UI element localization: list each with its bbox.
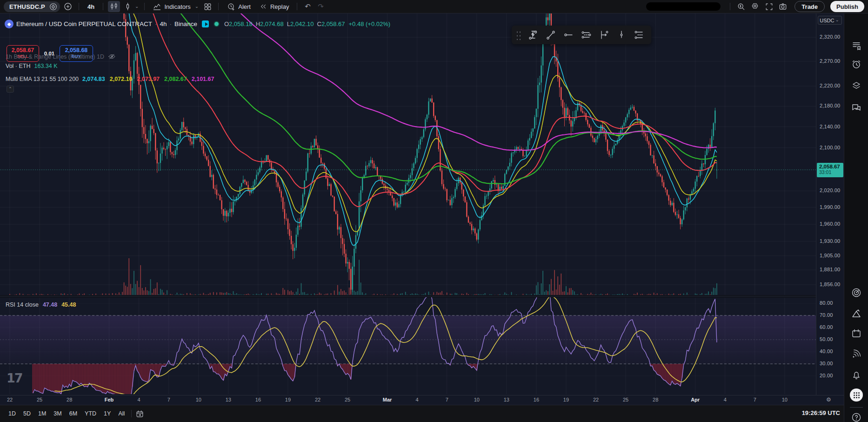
legend-collapse-chevron[interactable]: ⌃: [7, 86, 14, 93]
object-tree-layers-icon[interactable]: [851, 80, 862, 92]
help-icon[interactable]: [851, 412, 862, 422]
time-axis-tick: 25: [340, 397, 355, 402]
multi-ema-values: 2,074.832,072.102,073.972,082.672,101.67: [82, 76, 214, 82]
replay-button[interactable]: Replay: [256, 1, 292, 12]
rsi-axis-tick: 80.00: [820, 300, 833, 306]
vertical-line-tool-icon[interactable]: [613, 27, 630, 43]
rsi-indicator-row[interactable]: RSI 14 close 47.48 45.48: [6, 301, 76, 308]
ideas-icon[interactable]: [851, 308, 862, 319]
price-chart-plot[interactable]: [0, 13, 816, 395]
price-axis-tick: 2,140.00: [820, 124, 840, 129]
range-3M-button[interactable]: 3M: [50, 409, 65, 419]
fullscreen-icon[interactable]: [763, 1, 775, 12]
time-axis-tick: 25: [32, 397, 47, 402]
layout-grid-button[interactable]: [201, 1, 214, 12]
time-axis-tick: 19: [558, 397, 574, 402]
quick-search-icon[interactable]: [735, 1, 747, 12]
symbol-flag-icon[interactable]: [49, 2, 58, 11]
current-price-badge[interactable]: 2,058.67 33:01: [817, 163, 843, 177]
position-tool-icon[interactable]: [525, 27, 541, 43]
chart-type-dropdown-chevron[interactable]: ⌄: [135, 4, 139, 9]
chart-canvas[interactable]: ◆ Ethereum / USD Coin PERPETUAL CONTRACT…: [0, 13, 844, 395]
time-axis-tick: 13: [499, 397, 514, 402]
bottom-toolbar: 1D5D1M3M6MYTD1YAll 19:26:59 UTC: [0, 405, 844, 422]
range-All-button[interactable]: All: [114, 409, 128, 419]
price-axis-tick: 2,100.00: [820, 145, 840, 150]
eye-off-icon[interactable]: [108, 53, 116, 60]
time-axis-tick: 7: [161, 397, 177, 402]
market-status-dot-icon[interactable]: [214, 21, 220, 27]
time-axis-tick: 10: [777, 397, 793, 402]
toolbar-divider: [218, 3, 219, 10]
indicators-button[interactable]: Indicators: [149, 1, 194, 12]
trade-button[interactable]: Trade: [795, 1, 825, 12]
compare-add-symbol-button[interactable]: [62, 1, 74, 12]
horizontal-ray-tool-icon[interactable]: [595, 27, 612, 43]
watchlist-icon[interactable]: [851, 40, 862, 52]
time-axis-tick: 10: [469, 397, 485, 402]
floating-drawing-toolbar: [512, 26, 651, 44]
main-symbol-legend[interactable]: ◆ Ethereum / USD Coin PERPETUAL CONTRACT…: [5, 20, 390, 28]
chart-type-candles-button[interactable]: [108, 1, 120, 12]
symbol-search-button[interactable]: ETHUSDC.P: [4, 1, 60, 12]
price-axis-tick: 2,180.00: [820, 103, 840, 108]
chart-type-secondary-button[interactable]: [122, 1, 134, 12]
screener-radar-icon[interactable]: [851, 287, 862, 298]
screenshot-camera-icon[interactable]: [777, 1, 789, 12]
multi-ema-indicator-row[interactable]: Multi EMA 13 21 55 100 200 2,074.832,072…: [6, 76, 214, 82]
legend-title: Ethereum / USD Coin PERPETUAL CONTRACT: [16, 20, 152, 27]
range-1Y-button[interactable]: 1Y: [100, 409, 114, 419]
toolbar-drag-handle[interactable]: [515, 30, 521, 40]
rsi-ma-value: 45.48: [61, 301, 76, 308]
rsi-axis-tick: 20.00: [820, 373, 833, 378]
alerts-clock-icon[interactable]: [851, 59, 862, 70]
range-1D-button[interactable]: 1D: [5, 409, 20, 419]
hidden-indicator-title: 1h Body & Range Lines (Realtime) 1D: [6, 54, 104, 60]
price-axis-tick: 1,930.00: [820, 238, 840, 244]
ohlc-c: C2,058.67: [317, 20, 345, 27]
range-YTD-button[interactable]: YTD: [81, 409, 100, 419]
indicators-label: Indicators: [164, 3, 190, 10]
price-axis-tick: 2,270.00: [820, 58, 840, 64]
hidden-indicator-row[interactable]: 1h Body & Range Lines (Realtime) 1D: [6, 53, 116, 60]
ohlc-h: H2,074.68: [256, 20, 284, 27]
range-6M-button[interactable]: 6M: [66, 409, 81, 419]
redo-button[interactable]: ↷: [315, 2, 326, 11]
alert-button[interactable]: Alert: [223, 1, 254, 12]
chat-icon[interactable]: [851, 102, 862, 114]
timeframe-button[interactable]: 4h: [84, 1, 98, 12]
notifications-bell-icon[interactable]: [851, 369, 862, 381]
fib-retracement-tool-icon[interactable]: [631, 27, 648, 43]
utc-clock[interactable]: 19:26:59 UTC: [802, 409, 840, 416]
apps-menu-icon[interactable]: [850, 389, 863, 402]
range-5D-button[interactable]: 5D: [20, 409, 34, 419]
ethereum-logo-icon: ◆: [5, 20, 13, 28]
ema-13-value: 2,074.83: [82, 76, 105, 82]
publish-button[interactable]: Publish: [830, 1, 864, 12]
time-axis-tick: Feb: [101, 397, 117, 402]
undo-button[interactable]: ↶: [302, 2, 313, 11]
volume-indicator-row[interactable]: Vol · ETH 163.34 K: [6, 63, 58, 69]
rsi-axis-tick: 60.00: [820, 324, 833, 330]
range-1M-button[interactable]: 1M: [34, 409, 50, 419]
price-axis[interactable]: USDC⌄ 2,320.002,270.002,220.002,180.002,…: [816, 13, 844, 395]
k-line-flag-icon[interactable]: [202, 20, 209, 27]
time-axis-gear-icon[interactable]: ⚙: [826, 396, 831, 403]
time-axis-tick: 16: [250, 397, 266, 402]
rsi-axis-tick: 30.00: [820, 361, 833, 366]
right-sidebar: [844, 13, 868, 422]
alert-label: Alert: [238, 3, 251, 10]
currency-selector[interactable]: USDC⌄: [818, 16, 842, 25]
tradingview-logo-watermark: 17: [7, 371, 22, 385]
horizontal-line-tool-icon[interactable]: [560, 27, 577, 43]
go-to-date-icon[interactable]: [135, 409, 144, 418]
ema-21-value: 2,072.10: [110, 76, 133, 82]
indicators-dropdown-chevron[interactable]: ⌄: [195, 4, 199, 9]
calendar-icon[interactable]: [851, 328, 862, 339]
trend-line-tool-icon[interactable]: [542, 27, 559, 43]
streams-signal-icon[interactable]: [851, 348, 862, 360]
time-axis-tick: 22: [588, 397, 604, 402]
parallel-channel-tool-icon[interactable]: [578, 27, 594, 43]
settings-icon[interactable]: [749, 1, 761, 12]
time-axis[interactable]: 222528Feb47101316192225Mar47101316192225…: [0, 395, 844, 405]
